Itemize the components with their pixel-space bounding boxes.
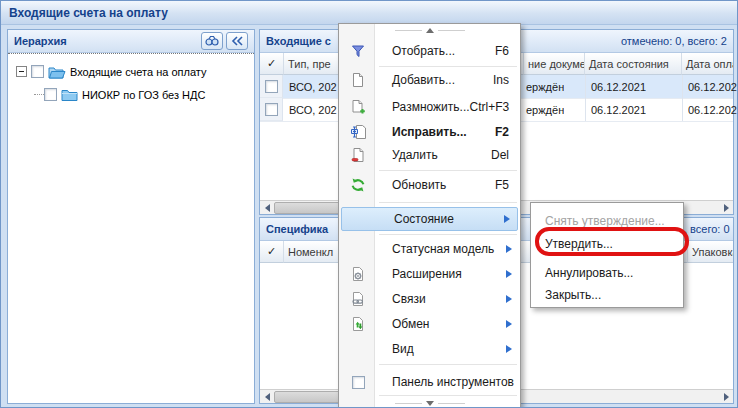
collapse-panel-button[interactable] xyxy=(226,32,248,50)
binoculars-icon xyxy=(205,35,219,47)
submenu-item-close[interactable]: Закрыть... xyxy=(533,283,681,307)
collapse-chevrons-icon xyxy=(231,36,243,46)
menu-item-edit[interactable]: Исправить... F2 xyxy=(340,120,519,144)
invoices-panel-title: Входящие с xyxy=(266,35,331,47)
submenu-arrow-icon xyxy=(504,215,510,223)
specification-counter: , всего: 0 xyxy=(684,223,730,235)
checkbox-icon xyxy=(340,376,376,389)
extensions-icon xyxy=(340,266,376,282)
menu-item-state[interactable]: Состояние xyxy=(341,207,518,231)
submenu-item-annul[interactable]: Аннулировать... xyxy=(533,261,681,285)
tree-item-child[interactable]: НИОКР по ГОЗ без НДС xyxy=(8,83,254,106)
invoices-counter: отмечено: 0, всего: 2 xyxy=(621,35,727,47)
delete-document-icon xyxy=(340,147,376,163)
collapse-node-icon[interactable] xyxy=(16,66,27,77)
links-icon xyxy=(340,291,376,307)
tree-child-checkbox[interactable] xyxy=(44,88,57,101)
exchange-icon xyxy=(340,316,376,332)
refresh-icon xyxy=(340,177,376,193)
scroll-right-icon[interactable] xyxy=(719,202,733,214)
tree-item-label: НИОКР по ГОЗ без НДС xyxy=(82,89,205,101)
scrollbar-thumb[interactable] xyxy=(274,202,347,214)
menu-item-toolbar-panel[interactable]: Панель инструментов xyxy=(340,370,519,394)
menu-scroll-up[interactable] xyxy=(395,26,465,35)
menu-item-links[interactable]: Связи xyxy=(340,287,519,311)
scroll-left-icon[interactable] xyxy=(260,391,274,403)
scroll-down-icon xyxy=(426,401,434,406)
window-title: Входящие счета на оплату xyxy=(9,6,168,20)
menu-item-add[interactable]: Добавить... Ins xyxy=(340,68,519,92)
menu-item-delete[interactable]: Удалить Del xyxy=(340,143,519,167)
menu-item-filter[interactable]: Отобрать... F6 xyxy=(340,39,519,63)
column-header-state-date[interactable]: Дата состояния xyxy=(585,53,682,75)
column-header-packaging[interactable]: Упаковка xyxy=(688,241,733,263)
row-checkbox[interactable] xyxy=(265,80,278,93)
open-folder-icon xyxy=(48,65,66,79)
tree-guide-line xyxy=(34,94,44,95)
column-header-doc-state[interactable]: ние докуме xyxy=(524,53,585,75)
column-header-pay-date[interactable]: Дата опла xyxy=(682,53,733,75)
column-header-check[interactable]: ✓ xyxy=(260,53,284,75)
add-document-icon xyxy=(340,72,376,88)
window-titlebar: Входящие счета на оплату xyxy=(1,1,737,25)
menu-scroll-down[interactable] xyxy=(395,399,465,408)
scroll-up-icon xyxy=(426,28,434,33)
menu-item-exchange[interactable]: Обмен xyxy=(340,312,519,336)
submenu-arrow-icon xyxy=(506,295,512,303)
scroll-left-icon[interactable] xyxy=(260,202,274,214)
specification-panel-title: Специфика xyxy=(266,223,328,235)
row-checkbox[interactable] xyxy=(265,103,278,116)
submenu-arrow-icon xyxy=(506,345,512,353)
context-menu: Отобрать... F6 Добавить... Ins xyxy=(338,23,521,408)
hierarchy-panel: Иерархия xyxy=(7,29,255,404)
submenu-arrow-icon xyxy=(506,245,512,253)
submenu-item-unapprove: Снять утверждение... xyxy=(533,209,681,233)
hierarchy-panel-header: Иерархия xyxy=(8,30,254,53)
application-window: Входящие счета на оплату Иерархия xyxy=(0,0,738,408)
state-submenu: Снять утверждение... Утвердить... Аннули… xyxy=(530,202,684,308)
column-header-check[interactable]: ✓ xyxy=(260,241,284,263)
submenu-arrow-icon xyxy=(506,320,512,328)
submenu-item-approve[interactable]: Утвердить... xyxy=(533,232,681,256)
menu-item-extensions[interactable]: Расширения xyxy=(340,262,519,286)
hierarchy-panel-title: Иерархия xyxy=(14,35,67,47)
menu-item-status-model[interactable]: Статусная модель xyxy=(340,237,519,261)
menu-item-refresh[interactable]: Обновить F5 xyxy=(340,173,519,197)
tree-item-root[interactable]: Входящие счета на оплату xyxy=(8,60,254,83)
tree-root-checkbox[interactable] xyxy=(31,65,44,78)
scroll-right-icon[interactable] xyxy=(719,391,733,403)
submenu-arrow-icon xyxy=(506,270,512,278)
hierarchy-tree: Входящие счета на оплату НИОКР по ГОЗ бе… xyxy=(8,53,254,403)
menu-item-duplicate[interactable]: Размножить... Ctrl+F3 xyxy=(340,95,519,119)
edit-document-icon xyxy=(340,124,376,140)
menu-item-view[interactable]: Вид xyxy=(340,337,519,361)
tree-item-label: Входящие счета на оплату xyxy=(70,66,206,78)
find-button[interactable] xyxy=(201,32,223,50)
closed-folder-icon xyxy=(61,88,78,101)
duplicate-document-icon xyxy=(340,99,376,115)
filter-icon xyxy=(340,43,376,59)
